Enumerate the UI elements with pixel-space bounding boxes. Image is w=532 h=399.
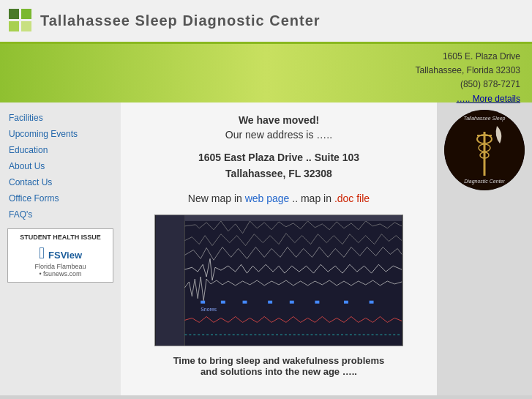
map-line: New map in web page .. map in .doc file [135, 193, 422, 204]
content-area: We have moved! Our new address is ….. 16… [121, 102, 437, 395]
new-address-label: Our new address is ….. [135, 129, 422, 141]
svg-rect-6 [268, 300, 272, 303]
sidebar-item-about-us[interactable]: About Us [0, 158, 121, 174]
fsview-sub: Florida Flambeau • fsunews.com [12, 263, 108, 277]
svg-rect-3 [201, 300, 205, 303]
svg-rect-4 [221, 300, 225, 303]
logo-blocks [9, 9, 31, 34]
banner: 1605 E. Plaza Drive Tallahassee, Florida… [0, 44, 532, 102]
svg-rect-9 [344, 300, 348, 303]
address-line1: 1605 East Plaza Drive .. Suite 103 [135, 149, 422, 165]
svg-rect-5 [243, 300, 247, 303]
logo-block-4 [21, 21, 31, 31]
banner-contact: 1605 E. Plaza Drive Tallahassee, Florida… [416, 50, 520, 106]
logo-block-2 [21, 9, 31, 19]
svg-rect-13 [184, 215, 402, 221]
sidebar-item-facilities[interactable]: Facilities [0, 110, 121, 126]
map-prefix: New map in [188, 193, 242, 204]
banner-address2: Tallahassee, Florida 32303 [416, 64, 520, 78]
svg-rect-0 [156, 215, 402, 346]
student-health-box: STUDENT HEALTH ISSUE 𝏳 FSView Florida Fl… [7, 228, 113, 283]
sidebar-item-faqs[interactable]: FAQ's [0, 206, 121, 223]
map-web-link[interactable]: web page [245, 193, 290, 204]
clinic-logo: Tallahassee Sleep Diagnostic Center [444, 110, 525, 190]
eeg-svg: Snores [155, 215, 402, 346]
caption: Time to bring sleep and wakefulness prob… [135, 355, 422, 377]
sidebar-item-office-forms[interactable]: Office Forms [0, 190, 121, 206]
student-box-title: STUDENT HEALTH ISSUE [12, 234, 108, 241]
map-doc-link[interactable]: .doc file [334, 193, 370, 204]
fsview-logo: 𝏳 FSView [12, 244, 108, 263]
address-line2: Tallahassee, FL 32308 [135, 165, 422, 182]
map-middle: .. map in [292, 193, 331, 204]
main-layout: Facilities Upcoming Events Education Abo… [0, 102, 532, 395]
sidebar-item-education[interactable]: Education [0, 142, 121, 158]
svg-text:Diagnostic Center: Diagnostic Center [464, 179, 505, 184]
moved-title: We have moved! [135, 114, 422, 126]
fsview-text: FSView [48, 250, 82, 261]
caption-line1: Time to bring sleep and wakefulness prob… [135, 355, 422, 366]
svg-text:Tallahassee Sleep: Tallahassee Sleep [464, 116, 506, 122]
fs-icon: 𝏳 [39, 244, 45, 262]
site-title: Tallahassee Sleep Diagnostic Center [40, 12, 321, 29]
sidebar: Facilities Upcoming Events Education Abo… [0, 102, 121, 395]
content-inner: We have moved! Our new address is ….. 16… [135, 114, 422, 377]
logo-block-3 [9, 21, 19, 31]
banner-address1: 1605 E. Plaza Drive [416, 50, 520, 64]
svg-text:Snores: Snores [201, 306, 217, 311]
clinic-logo-svg: Tallahassee Sleep Diagnostic Center [444, 110, 525, 190]
svg-rect-10 [370, 300, 374, 303]
svg-rect-1 [156, 215, 185, 346]
caption-line2: and solutions into the new age ….. [135, 366, 422, 377]
eeg-image: Snores [154, 215, 403, 346]
sidebar-item-contact-us[interactable]: Contact Us [0, 174, 121, 190]
address-block: 1605 East Plaza Drive .. Suite 103 Talla… [135, 149, 422, 182]
sidebar-item-upcoming-events[interactable]: Upcoming Events [0, 126, 121, 142]
right-panel: Tallahassee Sleep Diagnostic Center [437, 102, 532, 395]
logo-block-1 [9, 9, 19, 19]
more-details-link[interactable]: ….. More details [457, 94, 520, 104]
banner-phone: (850) 878-7271 [416, 78, 520, 92]
svg-rect-7 [290, 300, 294, 303]
svg-rect-8 [315, 300, 319, 303]
header: Tallahassee Sleep Diagnostic Center [0, 0, 532, 44]
